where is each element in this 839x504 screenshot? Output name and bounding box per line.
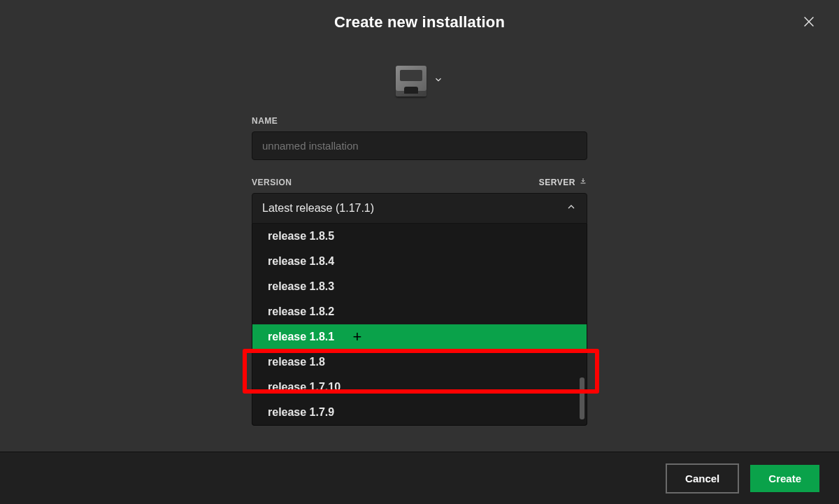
name-input[interactable] — [252, 131, 587, 160]
version-option[interactable]: release 1.8.5 — [252, 224, 587, 249]
version-option[interactable]: release 1.8.2 — [252, 299, 587, 324]
version-dropdown: release 1.8.5release 1.8.4release 1.8.3r… — [252, 224, 587, 426]
profile-icon-picker[interactable] — [396, 66, 443, 96]
version-option[interactable]: release 1.8.1+ — [252, 324, 587, 350]
cancel-button[interactable]: Cancel — [666, 463, 739, 494]
download-icon — [579, 177, 587, 187]
server-label: SERVER — [539, 178, 575, 187]
dialog-footer: Cancel Create — [0, 452, 839, 504]
create-button[interactable]: Create — [750, 465, 819, 492]
version-select[interactable]: Latest release (1.17.1) — [252, 193, 587, 224]
close-button[interactable] — [798, 13, 819, 34]
furnace-icon — [396, 66, 426, 96]
close-icon — [801, 14, 817, 32]
chevron-down-icon — [433, 75, 443, 87]
dialog-header: Create new installation — [0, 0, 839, 45]
chevron-up-icon — [566, 201, 577, 215]
version-label: VERSION — [252, 178, 292, 187]
version-option[interactable]: release 1.7.10 — [252, 375, 587, 400]
version-option[interactable]: release 1.7.9 — [252, 400, 587, 425]
installation-form: NAME VERSION SERVER Latest release (1.17… — [252, 116, 587, 426]
server-download-link[interactable]: SERVER — [539, 177, 587, 187]
name-label: NAME — [252, 116, 587, 126]
dropdown-scrollbar[interactable] — [580, 377, 585, 419]
version-selected-value: Latest release (1.17.1) — [262, 202, 374, 215]
version-option[interactable]: release 1.8.4 — [252, 249, 587, 274]
mouse-cursor-icon: + — [353, 329, 362, 345]
version-option[interactable]: release 1.8 — [252, 350, 587, 375]
version-option[interactable]: release 1.8.3 — [252, 274, 587, 299]
dialog-body: NAME VERSION SERVER Latest release (1.17… — [0, 45, 839, 452]
dialog-title: Create new installation — [334, 13, 505, 31]
